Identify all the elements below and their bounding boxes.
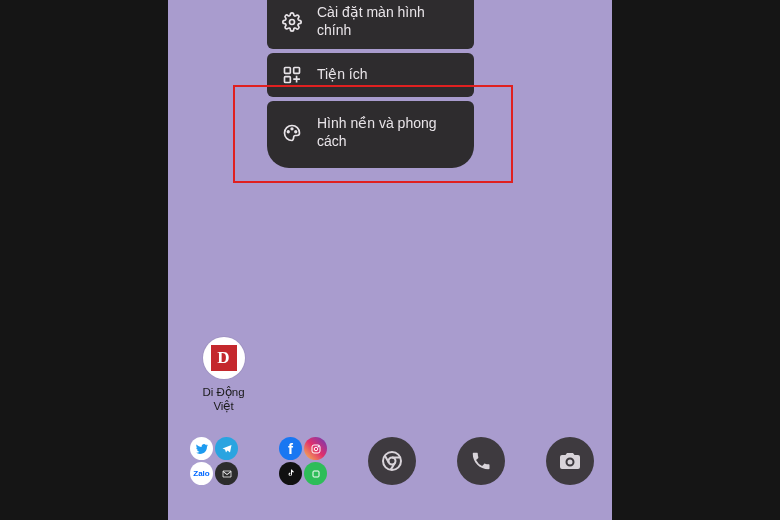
svg-point-0 <box>290 19 295 24</box>
menu-item-label: Tiện ích <box>317 66 458 84</box>
folder-icon: Zalo <box>190 437 238 485</box>
dock-app-chrome[interactable] <box>368 437 416 485</box>
svg-rect-1 <box>285 68 291 74</box>
svg-point-9 <box>318 446 319 447</box>
instagram-icon <box>304 437 327 460</box>
chrome-icon <box>380 449 404 473</box>
line-icon <box>304 462 327 485</box>
svg-rect-3 <box>285 77 291 83</box>
gmail-icon <box>215 462 238 485</box>
menu-item-label: Hình nền và phong cách <box>317 115 458 150</box>
menu-item-wallpaper-style[interactable]: Hình nền và phong cách <box>267 101 474 168</box>
dock: Zalo f <box>168 437 612 485</box>
svg-rect-2 <box>294 68 300 74</box>
gear-icon <box>281 11 303 33</box>
dock-folder-1[interactable]: Zalo <box>190 437 238 485</box>
svg-point-8 <box>314 447 318 451</box>
camera-icon <box>558 449 582 473</box>
palette-icon <box>281 122 303 144</box>
svg-rect-10 <box>313 471 319 477</box>
svg-point-6 <box>295 130 297 132</box>
home-screen: Cài đặt màn hình chính Tiện ích <box>168 0 612 520</box>
telegram-icon <box>215 437 238 460</box>
home-context-menu: Cài đặt màn hình chính Tiện ích <box>267 0 474 168</box>
svg-point-4 <box>287 130 289 132</box>
dock-app-camera[interactable] <box>546 437 594 485</box>
app-label: Di Động Việt <box>201 385 246 413</box>
app-icon-didongviet: D <box>203 337 245 379</box>
menu-item-label: Cài đặt màn hình chính <box>317 4 458 39</box>
menu-item-widgets[interactable]: Tiện ích <box>267 53 474 97</box>
dock-folder-2[interactable]: f <box>279 437 327 485</box>
facebook-icon: f <box>279 437 302 460</box>
app-icon-glyph: D <box>211 345 237 371</box>
svg-point-5 <box>291 128 293 130</box>
dock-app-phone[interactable] <box>457 437 505 485</box>
tiktok-icon <box>279 462 302 485</box>
zalo-icon: Zalo <box>190 462 213 485</box>
phone-icon <box>470 450 492 472</box>
menu-item-home-settings[interactable]: Cài đặt màn hình chính <box>267 0 474 49</box>
folder-icon: f <box>279 437 327 485</box>
app-shortcut-didongviet[interactable]: D Di Động Việt <box>201 337 246 413</box>
widgets-icon <box>281 64 303 86</box>
twitter-icon <box>190 437 213 460</box>
